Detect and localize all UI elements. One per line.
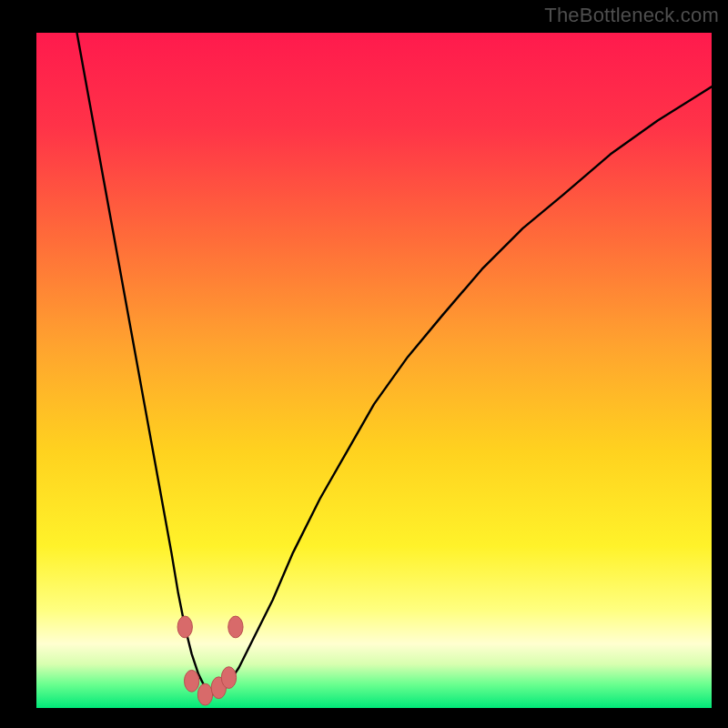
chart-frame: TheBottleneck.com bbox=[0, 0, 728, 728]
data-marker bbox=[221, 667, 236, 689]
plot-area bbox=[36, 33, 712, 708]
bottleneck-curve bbox=[77, 33, 712, 694]
chart-overlay bbox=[36, 33, 712, 708]
data-marker bbox=[228, 616, 243, 638]
data-marker bbox=[197, 683, 212, 705]
watermark-text: TheBottleneck.com bbox=[544, 4, 719, 27]
marker-group bbox=[177, 616, 243, 705]
data-marker bbox=[177, 616, 192, 638]
data-marker bbox=[184, 670, 198, 692]
